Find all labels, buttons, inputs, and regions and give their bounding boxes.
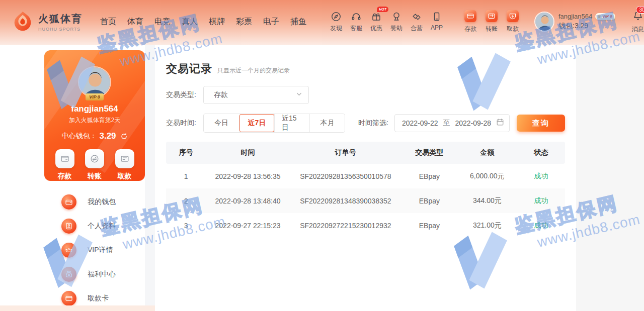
nav-item-esports[interactable]: 电竞 <box>149 13 176 31</box>
withdraw-button[interactable]: 取款 <box>502 10 523 33</box>
chevron-down-icon <box>296 90 302 99</box>
profile-card: VIP 0 fangjian564 加入火狐体育第2天 中心钱包： 3.29 存… <box>44 50 145 181</box>
transaction-type-label: 交易类型: <box>166 90 203 99</box>
sidebar-item-label: 取款卡 <box>88 294 109 303</box>
promo-button[interactable]: HOT 优惠 <box>366 11 386 33</box>
sidebar-item-vip-details[interactable]: VIP详情 <box>44 238 145 262</box>
sidebar-item-label: 个人资料 <box>88 222 116 231</box>
cell-status: 成功 <box>517 196 565 205</box>
id-card-icon <box>61 219 76 234</box>
profile-actions: 存款 转账 取款 <box>44 149 145 181</box>
cell-amount: 344.00元 <box>457 196 517 205</box>
partner-label: 合营 <box>411 24 423 33</box>
time-segment-group: 今日 近7日 近15日 本月 <box>203 114 345 133</box>
sidebar-transfer-button[interactable]: 转账 <box>85 149 104 181</box>
deposit-card-icon <box>464 10 476 22</box>
nav-item-home[interactable]: 首页 <box>95 13 122 31</box>
messages-label: 消息 <box>632 25 644 34</box>
page-head: 交易记录 只显示近一个月的交易记录 <box>166 45 565 76</box>
sidebar-withdraw-label: 取款 <box>118 172 132 181</box>
calendar-icon <box>496 118 504 128</box>
transaction-time-label: 交易时间: <box>166 119 203 128</box>
transfer-label: 转账 <box>486 25 498 33</box>
vip-badge: ♛VIP 0 <box>595 13 615 20</box>
time-option-today[interactable]: 今日 <box>204 114 239 132</box>
discover-button[interactable]: 发现 <box>326 11 346 33</box>
time-option-last15days[interactable]: 近15日 <box>274 114 309 132</box>
cell-order-number: SF202209272215230012932 <box>290 222 401 230</box>
query-button[interactable]: 查询 <box>517 115 565 132</box>
nav-item-fishing[interactable]: 捕鱼 <box>285 13 312 31</box>
page-subtitle: 只显示近一个月的交易记录 <box>217 66 290 75</box>
transaction-type-select[interactable]: 存款 <box>203 86 309 104</box>
center-wallet-label: 中心钱包： <box>61 132 97 141</box>
cell-type: EBpay <box>401 197 457 205</box>
cell-type: EBpay <box>401 222 457 230</box>
money-bag-icon <box>61 267 76 282</box>
support-button[interactable]: 客服 <box>346 11 366 33</box>
table-row: 3 2022-09-27 22:15:23 SF2022092722152300… <box>166 213 565 238</box>
top-navbar: 火狐体育 HUOHU SPORTS 首页 体育 电竞 真人 棋牌 彩票 电子 捕… <box>0 0 644 45</box>
app-button[interactable]: APP <box>427 11 447 33</box>
col-header-amount: 金额 <box>457 148 517 157</box>
nav-item-chess[interactable]: 棋牌 <box>203 13 230 31</box>
top-right-group: 30 消息 退出 <box>625 10 644 34</box>
nav-item-sports[interactable]: 体育 <box>122 13 149 31</box>
logo[interactable]: 火狐体育 HUOHU SPORTS <box>11 10 88 33</box>
page-root: 火狐体育 HUOHU SPORTS 首页 体育 电竞 真人 棋牌 彩票 电子 捕… <box>0 0 644 311</box>
sidebar-item-profile[interactable]: 个人资料 <box>44 214 145 238</box>
date-range-picker[interactable]: 2022-09-22 至 2022-09-28 <box>394 114 510 132</box>
partner-button[interactable]: 合营 <box>407 11 427 33</box>
deposit-button[interactable]: 存款 <box>460 10 481 33</box>
user-chip[interactable]: fangjian564 ♛VIP 0 钱包:3.29 <box>534 12 615 32</box>
cell-amount: 6,000.00元 <box>457 172 517 181</box>
sidebar-item-label: 福利中心 <box>88 270 116 279</box>
cell-no: 1 <box>166 172 206 180</box>
avatar <box>534 12 554 32</box>
sidebar-item-welfare-center[interactable]: 福利中心 <box>44 262 145 286</box>
profile-username: fangjian564 <box>71 104 118 114</box>
nav-item-lottery[interactable]: 彩票 <box>230 13 258 31</box>
sponsor-button[interactable]: 赞助 <box>386 11 407 33</box>
center-wallet-value: 3.29 <box>99 131 116 141</box>
logo-subtitle: HUOHU SPORTS <box>38 27 83 32</box>
transfer-icon <box>85 149 104 168</box>
transactions-table: 序号 时间 订单号 交易类型 金额 状态 1 2022-09-28 13:56:… <box>166 142 565 238</box>
nav-item-slots[interactable]: 电子 <box>258 13 285 31</box>
support-label: 客服 <box>350 24 362 33</box>
cell-amount: 321.00元 <box>457 221 517 230</box>
sidebar-menu: 我的钱包 个人资料 VIP详情 福利中心 <box>44 190 145 310</box>
profile-vip-badge: VIP 0 <box>86 93 104 100</box>
deposit-icon <box>55 149 74 168</box>
sidebar-deposit-button[interactable]: 存款 <box>55 149 74 181</box>
sidebar-withdraw-button[interactable]: 取款 <box>115 149 134 181</box>
col-header-status: 状态 <box>517 148 565 157</box>
cell-order-number: SF202209281348390038352 <box>290 197 401 205</box>
quick-icon-group: 发现 客服 HOT 优惠 赞助 <box>326 11 447 33</box>
logo-title: 火狐体育 <box>38 12 83 26</box>
right-gutter <box>576 45 644 311</box>
time-option-last7days[interactable]: 近7日 <box>239 114 274 132</box>
refresh-icon[interactable] <box>120 133 128 140</box>
vip-level: VIP 0 <box>602 14 612 19</box>
transaction-type-value: 存款 <box>214 90 228 99</box>
sidebar-item-label: 我的钱包 <box>88 197 116 206</box>
page-title: 交易记录 <box>166 61 212 76</box>
sidebar-item-my-wallet[interactable]: 我的钱包 <box>44 190 145 214</box>
date-to-value: 2022-09-28 <box>455 119 491 127</box>
cell-order-number: SF202209281356350010578 <box>290 172 401 180</box>
discover-label: 发现 <box>330 24 342 33</box>
nav-item-live[interactable]: 真人 <box>176 13 203 31</box>
table-row: 2 2022-09-28 13:48:40 SF2022092813483900… <box>166 188 565 213</box>
gift-icon <box>371 11 382 22</box>
headset-icon <box>351 11 362 22</box>
footer-strip <box>0 305 155 311</box>
transfer-button[interactable]: 转账 <box>481 10 502 33</box>
time-option-this-month[interactable]: 本月 <box>309 114 345 132</box>
sidebar-item-label: VIP详情 <box>88 246 113 255</box>
messages-button[interactable]: 30 消息 <box>625 10 644 34</box>
date-from-value: 2022-09-22 <box>402 119 438 127</box>
deposit-label: 存款 <box>464 25 476 33</box>
flame-logo-icon <box>11 10 34 33</box>
transfer-card-icon <box>486 10 498 22</box>
